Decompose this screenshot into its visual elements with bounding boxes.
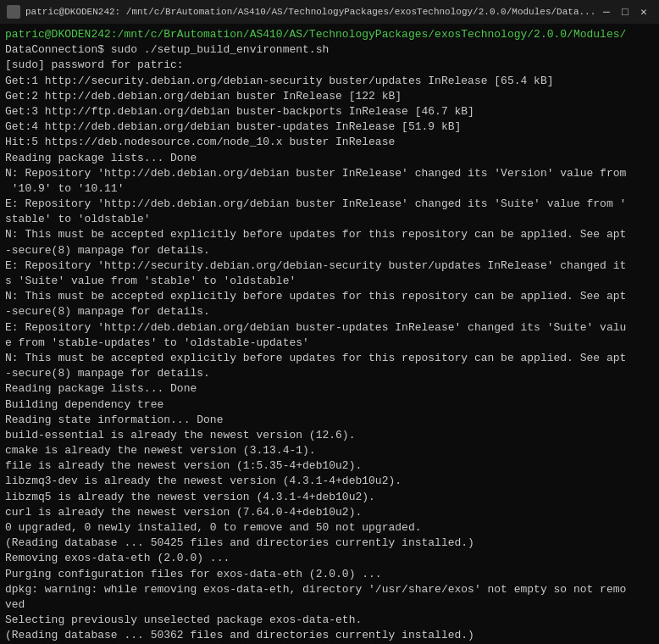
- terminal-line: (Reading database ... 50425 files and di…: [5, 536, 654, 551]
- terminal-line: Get:4 http://deb.debian.org/debian buste…: [5, 119, 654, 135]
- terminal-line: Purging configuration files for exos-dat…: [5, 567, 654, 582]
- maximize-button[interactable]: □: [617, 3, 634, 20]
- terminal-line: Removing exos-data-eth (2.0.0) ...: [5, 551, 654, 566]
- terminal-line: 0 upgraded, 0 newly installed, 0 to remo…: [5, 520, 654, 536]
- terminal-line: -secure(8) manpage for details.: [5, 304, 654, 319]
- minimize-button[interactable]: ─: [598, 3, 615, 20]
- titlebar: patric@DKODEN242: /mnt/c/BrAutomation/AS…: [0, 0, 659, 24]
- terminal-line: -secure(8) manpage for details.: [5, 366, 654, 381]
- window: patric@DKODEN242: /mnt/c/BrAutomation/AS…: [0, 0, 659, 644]
- terminal-line: N: Repository 'http://deb.debian.org/deb…: [5, 166, 654, 181]
- terminal-line: (Reading database ... 50362 files and di…: [5, 628, 654, 643]
- terminal-line: [sudo] password for patric:: [5, 58, 654, 73]
- terminal-line: Reading package lists... Done: [5, 151, 654, 166]
- window-controls: ─ □ ✕: [598, 3, 652, 20]
- terminal-line: Get:2 http://deb.debian.org/debian buste…: [5, 89, 654, 104]
- terminal-line: N: This must be accepted explicitly befo…: [5, 289, 654, 304]
- terminal-line: Selecting previously unselected package …: [5, 613, 654, 628]
- terminal-line: s 'Suite' value from 'stable' to 'oldsta…: [5, 274, 654, 289]
- terminal-line: stable' to 'oldstable': [5, 212, 654, 227]
- terminal-line: curl is already the newest version (7.64…: [5, 505, 654, 520]
- terminal-line: Reading state information... Done: [5, 413, 654, 428]
- terminal-icon: [7, 5, 20, 19]
- terminal-line: Building dependency tree: [5, 397, 654, 413]
- terminal-line: Hit:5 https://deb.nodesource.com/node_10…: [5, 135, 654, 150]
- terminal-line: Get:3 http://ftp.debian.org/debian buste…: [5, 104, 654, 119]
- terminal-line: N: This must be accepted explicitly befo…: [5, 227, 654, 242]
- terminal-line: file is already the newest version (1:5.…: [5, 458, 654, 474]
- terminal-line: patric@DKODEN242:/mnt/c/BrAutomation/AS4…: [5, 27, 654, 42]
- window-title: patric@DKODEN242: /mnt/c/BrAutomation/AS…: [25, 7, 598, 17]
- terminal-line: cmake is already the newest version (3.1…: [5, 443, 654, 458]
- terminal-line: Get:1 http://security.debian.org/debian-…: [5, 74, 654, 89]
- terminal-line: Reading package lists... Done: [5, 381, 654, 397]
- terminal-line: E: Repository 'http://deb.debian.org/deb…: [5, 320, 654, 336]
- terminal-line: DataConnection$ sudo ./setup_build_envir…: [5, 42, 654, 58]
- terminal-line: '10.9' to '10.11': [5, 181, 654, 197]
- terminal-line: E: Repository 'http://security.debian.or…: [5, 258, 654, 274]
- terminal-line: N: This must be accepted explicitly befo…: [5, 351, 654, 366]
- terminal-line: libzmq3-dev is already the newest versio…: [5, 474, 654, 489]
- terminal-line: build-essential is already the newest ve…: [5, 428, 654, 443]
- terminal-line: libzmq5 is already the newest version (4…: [5, 490, 654, 505]
- terminal-line: -secure(8) manpage for details.: [5, 243, 654, 258]
- terminal-output[interactable]: patric@DKODEN242:/mnt/c/BrAutomation/AS4…: [0, 24, 659, 644]
- close-button[interactable]: ✕: [635, 3, 652, 20]
- terminal-line: e from 'stable-updates' to 'oldstable-up…: [5, 336, 654, 351]
- terminal-line: E: Repository 'http://deb.debian.org/deb…: [5, 197, 654, 212]
- terminal-line: ved: [5, 597, 654, 613]
- terminal-line: dpkg: warning: while removing exos-data-…: [5, 582, 654, 597]
